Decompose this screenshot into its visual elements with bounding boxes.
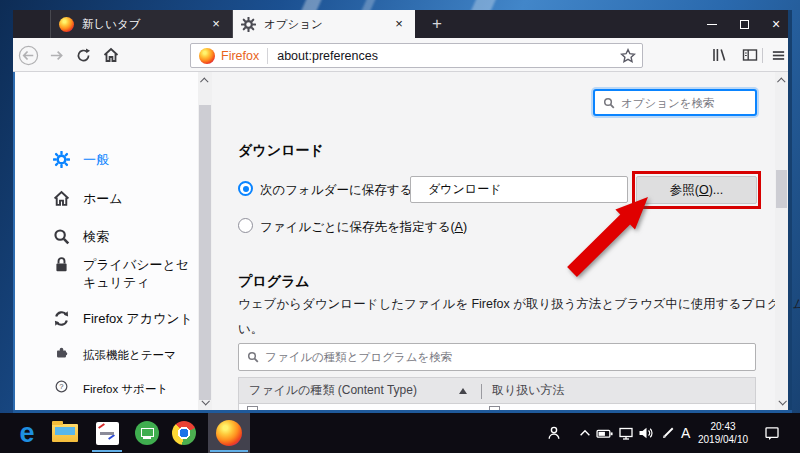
maximize-icon xyxy=(740,20,749,29)
home-button[interactable] xyxy=(99,43,123,67)
taskbar-green-app-button[interactable] xyxy=(129,413,165,453)
site-identity-label: Firefox xyxy=(221,49,259,63)
network-icon[interactable] xyxy=(618,425,634,441)
window-border xyxy=(788,10,792,410)
lock-icon xyxy=(53,256,70,273)
ask-where-radio[interactable] xyxy=(238,218,253,233)
navigation-toolbar: Firefox about:preferences xyxy=(13,38,792,72)
download-folder-input[interactable] xyxy=(411,177,627,202)
running-indicator xyxy=(92,450,122,452)
forward-icon xyxy=(49,48,64,63)
firefox-window: 新しいタブ × オプション × + × xyxy=(13,10,792,413)
tab-options[interactable]: オプション × xyxy=(233,10,415,38)
question-icon xyxy=(55,380,68,393)
scrollbar-thumb[interactable] xyxy=(199,105,211,400)
reload-button[interactable] xyxy=(71,43,95,67)
home-icon xyxy=(103,47,119,63)
taskbar-firefox-button[interactable] xyxy=(208,413,250,453)
gear-icon xyxy=(241,17,256,32)
sidebar-toggle-button[interactable] xyxy=(738,43,762,67)
column-separator xyxy=(481,384,482,399)
ime-mode-indicator[interactable]: A xyxy=(681,425,690,441)
taskbar-edge-button[interactable]: e xyxy=(9,413,45,453)
save-to-folder-label: 次のフォルダーに保存する(V) xyxy=(260,182,429,199)
column-header-action[interactable]: 取り扱い方法 xyxy=(492,382,565,399)
options-search-box[interactable] xyxy=(593,89,757,116)
sidebar-item-search[interactable]: 検索 xyxy=(53,228,109,246)
star-icon[interactable] xyxy=(620,48,636,64)
download-folder-field[interactable] xyxy=(410,176,628,203)
sidebar-item-label: Firefox サポート xyxy=(83,380,168,398)
minimize-button[interactable] xyxy=(696,10,728,38)
search-icon xyxy=(247,351,259,363)
scroll-up-arrow[interactable] xyxy=(198,73,212,88)
programs-heading: プログラム xyxy=(238,273,310,291)
annotation-highlight-box xyxy=(632,171,761,209)
scroll-up-arrow[interactable] xyxy=(775,73,788,88)
sidebar-item-home[interactable]: ホーム xyxy=(53,190,123,208)
preferences-page: 一般 ホーム 検索 プライバシーとセキュリティ Firefox アカウント xyxy=(13,72,792,410)
programs-description-line2: い。 xyxy=(238,321,263,338)
address-bar[interactable]: Firefox about:preferences xyxy=(190,43,643,68)
battery-icon[interactable] xyxy=(596,425,613,442)
scrollbar-vertical[interactable] xyxy=(775,72,788,410)
back-button[interactable] xyxy=(16,43,40,67)
tab-bar: 新しいタブ × オプション × + × xyxy=(13,10,792,38)
scroll-down-arrow[interactable] xyxy=(198,394,212,409)
people-icon[interactable] xyxy=(546,425,562,441)
sidebar-item-extensions[interactable]: 拡張機能とテーマ xyxy=(53,346,176,364)
search-icon xyxy=(53,228,70,245)
taskbar-explorer-button[interactable] xyxy=(47,413,83,453)
monitor-app-icon xyxy=(135,421,159,445)
maximize-button[interactable] xyxy=(728,10,760,38)
programs-search-box[interactable] xyxy=(238,343,756,371)
programs-table-header[interactable]: ファイルの種類 (Content Type) 取り扱い方法 xyxy=(238,377,756,404)
reload-icon xyxy=(76,48,91,63)
url-text[interactable]: about:preferences xyxy=(277,49,620,63)
column-header-content-type[interactable]: ファイルの種類 (Content Type) xyxy=(249,382,417,399)
tab-title: オプション xyxy=(264,17,391,32)
chevron-up-icon xyxy=(200,77,208,85)
pen-icon[interactable] xyxy=(661,425,676,440)
firefox-logo-icon xyxy=(199,48,215,64)
close-icon[interactable]: × xyxy=(391,16,407,32)
library-button[interactable] xyxy=(707,43,731,67)
new-tab-button[interactable]: + xyxy=(423,10,451,38)
sidebar-item-support[interactable]: Firefox サポート xyxy=(53,380,168,398)
menu-button[interactable] xyxy=(766,43,790,67)
tab-title: 新しいタブ xyxy=(82,17,208,32)
save-to-folder-radio[interactable] xyxy=(238,181,253,196)
window-border xyxy=(13,72,15,410)
scroll-down-arrow[interactable] xyxy=(775,394,788,409)
sidebar-item-privacy[interactable]: プライバシーとセキュリティ xyxy=(53,256,197,292)
options-search-input[interactable] xyxy=(621,97,751,109)
action-center-icon[interactable] xyxy=(764,425,780,441)
close-icon[interactable]: × xyxy=(208,16,224,32)
running-indicator xyxy=(210,450,248,452)
sync-icon xyxy=(53,310,70,327)
edge-icon: e xyxy=(19,420,34,447)
speaker-icon[interactable] xyxy=(638,425,654,441)
chevron-up-icon[interactable] xyxy=(578,426,592,440)
identity-separator xyxy=(267,48,268,64)
taskbar-clock[interactable]: 20:43 2019/04/10 xyxy=(694,413,752,453)
clock-date: 2019/04/10 xyxy=(698,433,748,446)
tab-new-tab[interactable]: 新しいタブ × xyxy=(50,10,233,38)
taskbar-pdf-app-button[interactable] xyxy=(89,413,125,453)
scrollbar-thumb[interactable] xyxy=(776,170,787,208)
taskbar-chrome-button[interactable] xyxy=(166,413,202,453)
programs-search-input[interactable] xyxy=(265,351,751,363)
ask-where-label: ファイルごとに保存先を指定する(A) xyxy=(260,219,467,236)
plus-icon: + xyxy=(432,14,442,33)
sidebar-item-label: Firefox アカウント xyxy=(83,310,193,328)
sidebar-item-general[interactable]: 一般 xyxy=(53,151,109,169)
pdf-app-icon xyxy=(96,422,119,445)
forward-button[interactable] xyxy=(44,43,68,67)
chevron-down-icon xyxy=(778,397,786,405)
scrollbar-vertical[interactable] xyxy=(198,72,212,410)
chrome-icon xyxy=(172,421,196,445)
downloads-heading: ダウンロード xyxy=(238,142,324,160)
search-icon xyxy=(603,97,615,109)
sidebar-item-firefox-account[interactable]: Firefox アカウント xyxy=(53,310,193,328)
sidebar-item-label: 検索 xyxy=(83,228,109,246)
